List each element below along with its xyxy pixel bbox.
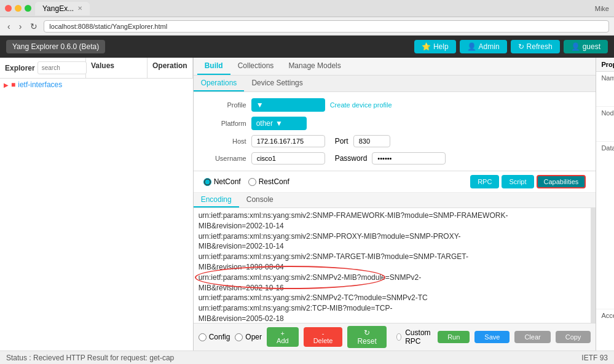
add-button[interactable]: + Add: [267, 327, 299, 347]
values-col-label: Values: [91, 61, 114, 70]
browser-tab[interactable]: YangEx... ✕: [35, 2, 90, 15]
output-line: urn:ietf:params:xml:ns:yang:smiv2:SNMPv2…: [199, 293, 586, 303]
oper-label: Oper: [245, 333, 262, 341]
property-row: Data Typenetconf-datastore-type: [596, 142, 614, 309]
protocol-row: NetConf RestConf RPC Script Capabilities: [194, 171, 596, 193]
profile-label: Profile: [203, 101, 246, 109]
nav-bar: ‹ › ↻ localhost:8088/static/YangExplorer…: [0, 17, 614, 36]
tab-build[interactable]: Build: [197, 58, 230, 75]
output-line: urn:ietf:params:xml:ns:yang:smiv2:TCP-MI…: [199, 303, 586, 314]
oper-radio[interactable]: [235, 333, 243, 341]
port-label: Port: [335, 137, 348, 145]
rpc-button[interactable]: RPC: [470, 175, 499, 188]
explorer-tree: ▶ ■ ietf-interfaces: [0, 79, 193, 350]
netconf-radio-label[interactable]: NetConf: [203, 177, 241, 186]
restconf-label: RestConf: [259, 177, 289, 186]
admin-icon: 👤: [467, 42, 476, 51]
clear-button[interactable]: Clear: [514, 331, 550, 343]
output-line: MIB&revision=2002-10-14: [199, 221, 586, 231]
host-label: Host: [203, 137, 246, 145]
run-button[interactable]: Run: [438, 331, 470, 343]
tab-encoding[interactable]: Encoding: [194, 193, 239, 207]
oper-radio-label[interactable]: Oper: [235, 333, 262, 341]
sub-tab-device-settings[interactable]: Device Settings: [244, 76, 310, 91]
property-header: Property Value: [596, 58, 614, 72]
restconf-radio-label[interactable]: RestConf: [248, 177, 289, 186]
password-input[interactable]: [372, 152, 446, 165]
output-line: MIB&revision=2002-10-16: [199, 283, 586, 293]
close-button[interactable]: [5, 5, 12, 12]
create-profile-link[interactable]: Create device profile: [330, 101, 392, 109]
config-radio-label[interactable]: Config: [199, 333, 230, 341]
netconf-radio[interactable]: [203, 178, 211, 186]
copy-button[interactable]: Copy: [556, 331, 591, 343]
tab-close-icon[interactable]: ✕: [77, 5, 82, 12]
property-row: Accessread-only: [596, 309, 614, 350]
platform-row: Platform other ▼: [203, 117, 586, 130]
reset-button[interactable]: ↻ Reset: [347, 326, 386, 348]
host-input[interactable]: [251, 135, 325, 147]
explorer-col-label: Explorer: [5, 64, 35, 72]
user-icon: 👤: [571, 42, 580, 51]
app-title-button[interactable]: Yang Explorer 0.6.0 (Beta): [6, 40, 105, 53]
node-icon: ■: [11, 80, 15, 89]
port-input[interactable]: [353, 135, 390, 147]
admin-button[interactable]: 👤 Admin: [460, 40, 507, 53]
password-label: Password: [335, 154, 368, 163]
prop-key: Data Type: [601, 144, 614, 152]
scrollbar[interactable]: [591, 208, 596, 323]
platform-label: Platform: [203, 120, 246, 127]
restconf-radio[interactable]: [248, 178, 256, 186]
url-bar[interactable]: localhost:8088/static/YangExplorer.html: [44, 20, 609, 33]
encoding-tabs: Encoding Console: [194, 193, 596, 208]
minimize-button[interactable]: [15, 5, 22, 12]
chevron-down-icon: ▼: [256, 101, 264, 109]
property-panel: Property Value NamenameNode TypeleafData…: [596, 58, 614, 350]
github-icon: ⭐: [422, 42, 431, 51]
custom-rpc-checkbox[interactable]: [396, 333, 401, 341]
ops-form: Profile ▼ Create device profile Platform…: [194, 92, 596, 171]
output-line: MIB&revision=2002-10-14: [199, 241, 586, 252]
output-line: urn:ietf:params:xml:ns:yang:smiv2:SNMPv2…: [199, 273, 586, 283]
forward-button[interactable]: ›: [17, 20, 25, 33]
output-line: urn:ietf:params:xml:ns:yang:smiv2:SNMP-T…: [199, 252, 586, 262]
tab-console[interactable]: Console: [239, 193, 281, 207]
refresh-icon: ↻: [518, 42, 524, 51]
traffic-lights: [5, 5, 31, 12]
chevron-down-icon: ▼: [275, 119, 283, 128]
app-bar-actions: ⭐ Help 👤 Admin ↻ Refresh 👤 guest: [414, 40, 608, 53]
property-rows: NamenameNode TypeleafData Typenetconf-da…: [596, 72, 614, 350]
guest-button[interactable]: 👤 guest: [564, 40, 608, 53]
profile-select[interactable]: ▼: [251, 98, 325, 112]
refresh-nav-button[interactable]: ↻: [28, 20, 40, 33]
explorer-column-headers: Explorer Values Operation: [0, 58, 193, 79]
output-line: MIB&revision=2005-02-18: [199, 314, 586, 323]
bottom-row: Config Oper + Add - Delete ↻ Reset Custo…: [194, 323, 596, 350]
tree-item-label: ietf-interfaces: [18, 80, 62, 89]
delete-button[interactable]: - Delete: [304, 327, 343, 347]
tab-manage-models[interactable]: Manage Models: [281, 58, 348, 75]
app-bar: Yang Explorer 0.6.0 (Beta) ⭐ Help 👤 Admi…: [0, 36, 614, 58]
sub-tab-operations[interactable]: Operations: [194, 76, 245, 91]
sub-tabs: Operations Device Settings: [194, 76, 596, 92]
config-radio[interactable]: [199, 333, 207, 341]
platform-select[interactable]: other ▼: [251, 117, 307, 130]
netconf-label: NetConf: [214, 177, 241, 186]
help-button[interactable]: ⭐ Help: [414, 40, 456, 53]
maximize-button[interactable]: [25, 5, 31, 12]
config-label: Config: [209, 333, 230, 341]
tab-collections[interactable]: Collections: [230, 58, 281, 75]
capabilities-button[interactable]: Capabilities: [537, 175, 586, 188]
output-area[interactable]: urn:ietf:params:xml:ns:yang:smiv2:SNMP-F…: [194, 208, 591, 323]
tree-item-ietf-interfaces[interactable]: ▶ ■ ietf-interfaces: [0, 79, 193, 91]
script-button[interactable]: Script: [502, 175, 533, 188]
refresh-button[interactable]: ↻ Refresh: [511, 40, 560, 53]
output-container: urn:ietf:params:xml:ns:yang:smiv2:SNMP-F…: [194, 208, 596, 323]
search-input[interactable]: [37, 61, 87, 74]
back-button[interactable]: ‹: [5, 20, 13, 33]
save-button[interactable]: Save: [474, 331, 510, 343]
username-input[interactable]: [251, 152, 325, 165]
property-row: Namename: [596, 72, 614, 107]
property-row: Node Typeleaf: [596, 107, 614, 142]
output-line: urn:ietf:params:xml:ns:yang:smiv2:SNMP-F…: [199, 211, 586, 221]
